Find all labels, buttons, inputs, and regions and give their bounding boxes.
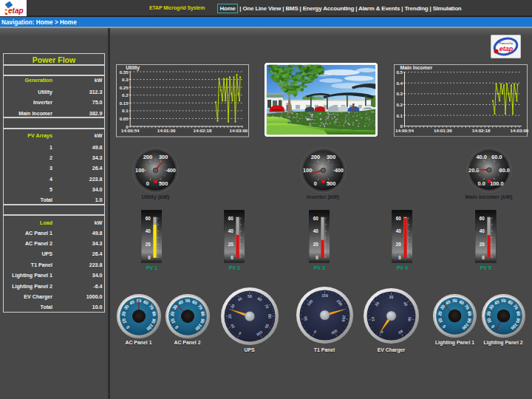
svg-text:0: 0 bbox=[482, 254, 485, 259]
svg-text:0: 0 bbox=[398, 254, 401, 259]
svg-text:0: 0 bbox=[146, 180, 149, 187]
svg-text:20: 20 bbox=[396, 242, 401, 247]
svg-text:50: 50 bbox=[185, 299, 190, 303]
svg-text:0.2: 0.2 bbox=[396, 102, 403, 107]
svg-text:50: 50 bbox=[452, 299, 457, 303]
svg-text:0: 0 bbox=[313, 180, 316, 187]
svg-text:0.25: 0.25 bbox=[119, 85, 129, 90]
svg-text:0.2: 0.2 bbox=[122, 92, 129, 98]
svg-text:60: 60 bbox=[145, 215, 150, 220]
svg-text:50: 50 bbox=[136, 299, 141, 303]
svg-text:60: 60 bbox=[313, 215, 318, 220]
svg-text:20: 20 bbox=[145, 242, 150, 247]
svg-text:0.05: 0.05 bbox=[119, 116, 129, 121]
svg-text:PV 5: PV 5 bbox=[480, 265, 491, 270]
svg-text:PV 4: PV 4 bbox=[396, 265, 407, 270]
svg-text:300: 300 bbox=[159, 154, 168, 160]
svg-text:80.0: 80.0 bbox=[499, 166, 509, 173]
svg-text:60: 60 bbox=[396, 215, 401, 220]
svg-text:60.0: 60.0 bbox=[491, 153, 502, 160]
svg-text:30: 30 bbox=[389, 295, 394, 299]
svg-text:80: 80 bbox=[267, 314, 271, 318]
svg-text:0.15: 0.15 bbox=[119, 100, 129, 106]
svg-text:0.5: 0.5 bbox=[396, 69, 403, 75]
svg-text:500: 500 bbox=[159, 180, 168, 187]
svg-text:50: 50 bbox=[248, 294, 252, 299]
svg-text:14:03:00: 14:03:00 bbox=[511, 128, 529, 133]
svg-text:Utility: Utility bbox=[126, 65, 140, 71]
svg-text:0: 0 bbox=[231, 254, 233, 259]
svg-text:400: 400 bbox=[167, 167, 176, 174]
svg-text:20: 20 bbox=[480, 242, 485, 247]
svg-text:14:00:54: 14:00:54 bbox=[395, 128, 414, 133]
svg-text:PV 2: PV 2 bbox=[229, 265, 240, 270]
svg-text:40: 40 bbox=[396, 228, 401, 233]
svg-text:10: 10 bbox=[370, 316, 375, 321]
svg-text:0.1: 0.1 bbox=[396, 112, 403, 117]
svg-text:500: 500 bbox=[326, 180, 335, 187]
svg-text:14:02:18: 14:02:18 bbox=[472, 128, 491, 133]
svg-text:20: 20 bbox=[228, 242, 233, 247]
svg-text:50: 50 bbox=[303, 316, 308, 321]
svg-text:100: 100 bbox=[135, 167, 144, 174]
svg-text:60: 60 bbox=[480, 215, 485, 220]
svg-text:40: 40 bbox=[480, 228, 485, 233]
svg-text:60: 60 bbox=[228, 215, 233, 220]
svg-text:0.0: 0.0 bbox=[477, 180, 485, 186]
svg-text:PV 1: PV 1 bbox=[146, 265, 157, 270]
svg-text:40.0: 40.0 bbox=[476, 153, 486, 160]
svg-text:100: 100 bbox=[303, 167, 312, 174]
svg-text:0: 0 bbox=[148, 254, 151, 259]
svg-text:PV 3: PV 3 bbox=[313, 265, 324, 270]
svg-text:200: 200 bbox=[310, 154, 319, 160]
svg-text:150: 150 bbox=[321, 293, 328, 298]
svg-text:14:01:36: 14:01:36 bbox=[434, 128, 452, 133]
svg-text:40: 40 bbox=[313, 228, 318, 233]
svg-text:Main Incomer: Main Incomer bbox=[400, 64, 433, 69]
svg-text:14:03:00: 14:03:00 bbox=[229, 128, 248, 133]
svg-text:50: 50 bbox=[407, 317, 412, 322]
svg-text:14:02:18: 14:02:18 bbox=[193, 128, 211, 133]
svg-text:20: 20 bbox=[228, 314, 232, 318]
svg-text:20: 20 bbox=[313, 242, 318, 247]
svg-text:0.1: 0.1 bbox=[122, 108, 129, 113]
svg-text:100.0: 100.0 bbox=[490, 180, 504, 186]
svg-text:14:01:36: 14:01:36 bbox=[157, 128, 175, 133]
svg-text:50: 50 bbox=[501, 299, 506, 303]
svg-text:200: 200 bbox=[143, 154, 152, 160]
svg-text:0.3: 0.3 bbox=[396, 91, 403, 96]
svg-text:etap: etap bbox=[499, 45, 514, 52]
svg-text:40: 40 bbox=[228, 228, 233, 233]
svg-text:14:00:54: 14:00:54 bbox=[120, 128, 139, 133]
svg-text:0: 0 bbox=[316, 254, 318, 259]
svg-text:0.3: 0.3 bbox=[122, 77, 129, 82]
svg-text:20.0: 20.0 bbox=[468, 166, 479, 173]
svg-text:40: 40 bbox=[145, 228, 150, 233]
svg-text:0.4: 0.4 bbox=[396, 80, 403, 85]
svg-text:400: 400 bbox=[334, 167, 343, 174]
svg-text:300: 300 bbox=[326, 154, 335, 160]
